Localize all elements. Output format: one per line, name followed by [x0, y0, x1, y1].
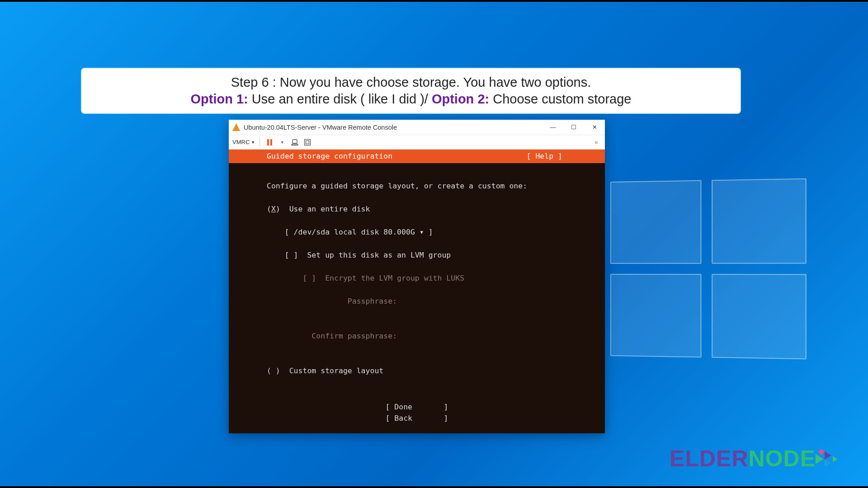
option-1-label: Option 1:	[190, 92, 248, 106]
option-1-text: Use an entire disk ( like I did )/	[248, 92, 432, 106]
installer-header-title: Guided storage configuration	[267, 150, 527, 162]
radio-use-entire-disk[interactable]: (X) Use an entire disk	[267, 205, 370, 213]
vmware-app-icon	[232, 123, 240, 131]
send-ctrl-alt-del-button[interactable]	[290, 137, 300, 147]
vmware-toolbar: VMRC ▼ ▼ «	[229, 135, 605, 150]
installer-footer: [ Done ] [ Back ]	[229, 401, 605, 429]
chevron-down-icon: ▼	[280, 140, 284, 145]
installer-body: Configure a guided storage layout, or cr…	[229, 163, 605, 401]
option-2-text: Choose custom storage	[489, 92, 631, 106]
close-button[interactable]: ✕	[584, 120, 605, 135]
instruction-card: Step 6 : Now you have choose storage. Yo…	[81, 68, 741, 114]
logo-text-node: NODE	[749, 446, 816, 472]
svg-rect-1	[292, 144, 298, 145]
ubuntu-installer-console[interactable]: Guided storage configuration [ Help ] Co…	[229, 150, 605, 433]
desktop-background: Step 6 : Now you have choose storage. Yo…	[0, 0, 868, 488]
chevron-down-icon: ▼	[251, 140, 255, 145]
pause-button[interactable]	[264, 137, 274, 147]
disk-selector-dropdown[interactable]: [ /dev/sda local disk 80.000G ▾ ]	[285, 228, 433, 236]
vmrc-menu-label: VMRC	[232, 139, 250, 145]
window-titlebar[interactable]: Ubuntu-20.04LTS-Server - VMware Remote C…	[229, 120, 605, 135]
confirm-passphrase-label: Confirm passphrase:	[311, 332, 397, 340]
svg-rect-3	[306, 141, 309, 144]
windows-logo	[610, 178, 807, 360]
svg-rect-2	[305, 139, 311, 145]
window-controls: — ☐ ✕	[542, 120, 605, 135]
collapse-hint-button[interactable]: «	[591, 137, 601, 147]
cad-icon	[291, 139, 298, 146]
toolbar-separator	[259, 138, 260, 147]
minimize-button[interactable]: —	[542, 120, 563, 135]
vmrc-menu[interactable]: VMRC ▼	[232, 139, 255, 145]
winlogo-tile	[712, 274, 807, 359]
vmware-remote-console-window: Ubuntu-20.04LTS-Server - VMware Remote C…	[229, 120, 605, 433]
logo-text-elder: ELDER	[670, 446, 748, 472]
instruction-line-1: Step 6 : Now you have choose storage. Yo…	[93, 75, 729, 90]
pause-icon	[267, 139, 272, 145]
eldernode-logo: ELDERNODE	[670, 446, 842, 472]
winlogo-tile	[610, 274, 702, 357]
logo-play-graphic	[815, 449, 842, 469]
winlogo-tile	[610, 180, 702, 264]
power-dropdown[interactable]: ▼	[277, 137, 287, 147]
passphrase-label: Passphrase:	[348, 297, 397, 305]
fullscreen-button[interactable]	[302, 137, 312, 147]
back-button[interactable]: [ Back ]	[385, 414, 448, 422]
option-2-label: Option 2:	[432, 92, 489, 106]
installer-header: Guided storage configuration [ Help ]	[229, 150, 605, 163]
fullscreen-icon	[304, 139, 311, 146]
window-title: Ubuntu-20.04LTS-Server - VMware Remote C…	[244, 124, 397, 131]
maximize-button[interactable]: ☐	[563, 120, 584, 135]
done-button[interactable]: [ Done ]	[385, 403, 448, 411]
radio-custom-storage[interactable]: ( ) Custom storage layout	[267, 366, 383, 375]
checkbox-lvm-group[interactable]: [ ] Set up this disk as an LVM group	[285, 251, 451, 259]
svg-rect-0	[292, 140, 297, 143]
help-button[interactable]: [ Help ]	[527, 150, 562, 162]
installer-prompt: Configure a guided storage layout, or cr…	[267, 182, 527, 190]
checkbox-encrypt-luks: [ ] Encrypt the LVM group with LUKS	[302, 274, 464, 282]
winlogo-tile	[712, 178, 807, 264]
instruction-line-2: Option 1: Use an entire disk ( like I di…	[93, 92, 729, 107]
